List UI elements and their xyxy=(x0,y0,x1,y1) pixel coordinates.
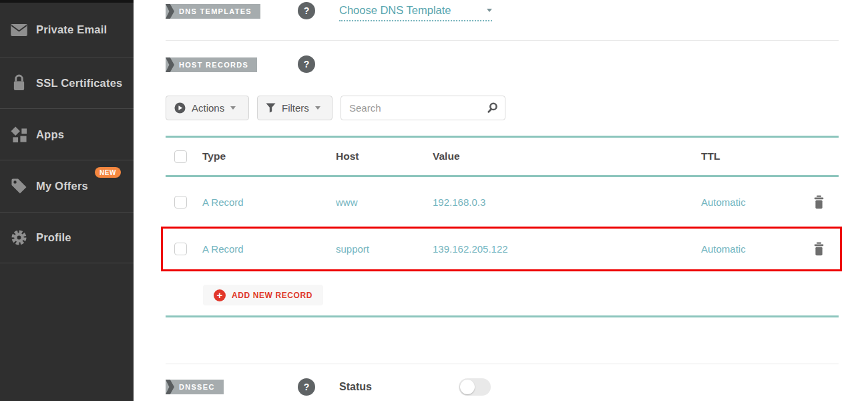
table-header-row: Type Host Value TTL xyxy=(166,138,839,175)
dns-templates-section-label: DNS TEMPLATES xyxy=(166,4,260,19)
tag-icon xyxy=(10,178,28,194)
help-icon[interactable]: ? xyxy=(298,378,315,396)
table-row: A Record www 192.168.0.3 Automatic xyxy=(166,177,839,227)
sidebar-item-label: My Offers xyxy=(36,180,88,192)
trash-icon xyxy=(813,195,825,209)
host-records-section-label: HOST RECORDS xyxy=(166,57,257,72)
chevron-down-icon xyxy=(487,9,492,12)
actions-button[interactable]: Actions xyxy=(166,96,249,120)
row-checkbox[interactable] xyxy=(174,243,187,255)
row-checkbox[interactable] xyxy=(174,196,187,209)
main-content: DNS TEMPLATES ? Choose DNS Template HOST… xyxy=(134,0,868,401)
add-new-record-label: ADD NEW RECORD xyxy=(232,291,312,300)
record-host-cell[interactable]: support xyxy=(336,243,433,255)
dnssec-status-label: Status xyxy=(339,381,372,393)
sidebar-item-label: Private Email xyxy=(36,23,107,36)
record-type-cell[interactable]: A Record xyxy=(202,243,336,255)
sidebar-item-apps[interactable]: Apps xyxy=(0,109,134,160)
sidebar: Private Email SSL Certificates Apps My O… xyxy=(0,0,134,401)
table-row: A Record support 139.162.205.122 Automat… xyxy=(166,229,839,269)
plus-icon: + xyxy=(214,289,226,301)
add-new-record-button[interactable]: + ADD NEW RECORD xyxy=(203,285,323,305)
filters-button[interactable]: Filters xyxy=(257,96,333,120)
chevron-down-icon xyxy=(315,106,320,110)
envelope-icon xyxy=(10,24,28,36)
trash-icon xyxy=(813,242,825,256)
section-divider xyxy=(166,40,839,41)
section-divider xyxy=(166,364,839,364)
chevron-down-icon xyxy=(230,106,236,110)
dnssec-section-label: DNSSEC xyxy=(166,380,224,394)
search-input[interactable] xyxy=(341,96,481,120)
sidebar-item-label: SSL Certificates xyxy=(36,77,122,90)
record-ttl-cell[interactable]: Automatic xyxy=(701,243,799,255)
sidebar-item-my-offers[interactable]: My Offers NEW xyxy=(0,160,134,213)
select-all-checkbox[interactable] xyxy=(174,150,187,163)
sidebar-item-ssl-certificates[interactable]: SSL Certificates xyxy=(0,57,134,109)
filter-funnel-icon xyxy=(266,103,276,113)
record-value-cell[interactable]: 192.168.0.3 xyxy=(433,196,701,208)
dns-template-dropdown-value: Choose DNS Template xyxy=(339,4,451,17)
delete-record-button[interactable] xyxy=(813,242,825,256)
sidebar-item-profile[interactable]: Profile xyxy=(0,213,134,263)
sidebar-item-private-email[interactable]: Private Email xyxy=(0,3,134,57)
column-header-value: Value xyxy=(433,150,701,162)
sidebar-item-label: Profile xyxy=(36,231,71,244)
toggle-knob xyxy=(460,380,475,394)
column-header-type: Type xyxy=(202,150,336,162)
sidebar-item-label: Apps xyxy=(36,128,64,141)
help-icon[interactable]: ? xyxy=(298,2,315,19)
record-value-cell[interactable]: 139.162.205.122 xyxy=(433,243,701,255)
column-header-ttl: TTL xyxy=(701,150,799,162)
dnssec-toggle[interactable] xyxy=(459,378,491,396)
table-border-bottom xyxy=(166,315,839,317)
highlight-annotation-box: A Record support 139.162.205.122 Automat… xyxy=(161,227,842,271)
record-type-cell[interactable]: A Record xyxy=(202,196,336,208)
delete-record-button[interactable] xyxy=(813,195,825,209)
actions-button-label: Actions xyxy=(192,102,224,114)
column-header-host: Host xyxy=(336,150,433,162)
dns-template-dropdown[interactable]: Choose DNS Template xyxy=(339,3,492,21)
search-icon[interactable] xyxy=(487,102,498,116)
lock-icon xyxy=(10,74,28,92)
new-badge: NEW xyxy=(95,167,121,178)
play-icon xyxy=(174,102,186,114)
record-ttl-cell[interactable]: Automatic xyxy=(701,196,799,208)
record-host-cell[interactable]: www xyxy=(336,196,433,208)
gear-icon xyxy=(10,229,28,246)
advanced-dns-page: Private Email SSL Certificates Apps My O… xyxy=(0,0,868,401)
help-icon[interactable]: ? xyxy=(298,55,315,73)
filters-button-label: Filters xyxy=(282,102,309,114)
search-box xyxy=(341,96,505,120)
apps-icon xyxy=(10,126,28,143)
